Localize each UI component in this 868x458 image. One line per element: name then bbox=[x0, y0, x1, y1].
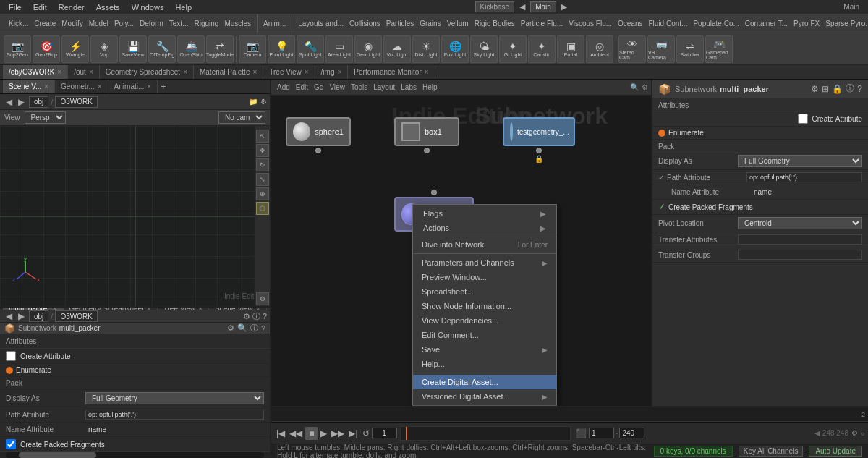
net-edit-btn[interactable]: Edit bbox=[293, 82, 311, 92]
btn-camera[interactable]: 📷 Camera bbox=[239, 35, 266, 63]
tb-muscles[interactable]: Muscles bbox=[221, 19, 254, 28]
left-tab-animate[interactable]: Animati... × bbox=[109, 80, 158, 94]
btn-envlight[interactable]: 🌐 Env. Light bbox=[441, 35, 469, 63]
add-tab-btn[interactable]: + bbox=[161, 82, 166, 92]
bl-back-btn[interactable]: ◀ bbox=[3, 311, 15, 321]
bl-search-btn[interactable]: 🔍 bbox=[237, 323, 247, 333]
net-add-btn[interactable]: Add bbox=[274, 82, 293, 92]
range-start-input[interactable] bbox=[589, 428, 614, 438]
node-testgeo[interactable]: testgeometry_... 🔒 bbox=[503, 117, 575, 163]
ctx-help[interactable]: Help... bbox=[413, 357, 556, 371]
auto-update-badge[interactable]: Auto Update bbox=[809, 446, 862, 457]
btn-stereocam[interactable]: 👁 Stereo Cam bbox=[618, 35, 646, 63]
ctx-dive[interactable]: Dive into Network I or Enter bbox=[413, 237, 556, 252]
btn-vrcam[interactable]: 🥽 VR Camera bbox=[647, 35, 675, 63]
menu-file[interactable]: File bbox=[3, 1, 27, 13]
left-tab-sceneview[interactable]: Scene V... × bbox=[3, 80, 55, 94]
tb-viscous[interactable]: Viscous Flu... bbox=[566, 19, 615, 28]
transfer-groups-input[interactable] bbox=[738, 250, 862, 260]
subnet-input-connector[interactable] bbox=[431, 190, 437, 195]
tb-rigging[interactable]: Rigging bbox=[191, 19, 221, 28]
tab-geospreadsheet[interactable]: Geometry Spreadsheet × bbox=[100, 65, 194, 80]
net-tools-btn[interactable]: Tools bbox=[348, 82, 370, 92]
left-tab-close-2[interactable]: × bbox=[147, 82, 151, 90]
tb-oceans[interactable]: Oceans bbox=[615, 19, 645, 28]
bl-scroll-thumb[interactable] bbox=[19, 452, 96, 458]
vp-tool-active[interactable]: ⬡ bbox=[256, 202, 269, 215]
path-attr-input[interactable] bbox=[746, 172, 862, 182]
ctx-create-digital-asset[interactable]: Create Digital Asset... bbox=[413, 375, 556, 389]
left-back-btn[interactable]: ◀ bbox=[3, 97, 15, 107]
tab-close-2[interactable]: × bbox=[183, 68, 187, 76]
left-tab-geometry[interactable]: Geometr... × bbox=[55, 80, 109, 94]
left-tab-close-0[interactable]: × bbox=[44, 82, 48, 90]
sphere1-connector[interactable] bbox=[315, 148, 321, 153]
tab-treeview[interactable]: Tree View × bbox=[263, 65, 315, 80]
create-attr-checkbox[interactable] bbox=[798, 114, 808, 124]
tb-grains[interactable]: Grains bbox=[417, 19, 443, 28]
btn-vop[interactable]: ◈ Vop bbox=[90, 35, 118, 63]
btn-oftempfig[interactable]: 🔧 OfTempFig bbox=[148, 35, 176, 63]
vp-tool-transform[interactable]: ✥ bbox=[256, 144, 269, 157]
transfer-attrs-input[interactable] bbox=[738, 234, 862, 245]
btn-openshift[interactable]: 🚢 OpenShip bbox=[177, 35, 205, 63]
tb-deform[interactable]: Deform bbox=[137, 19, 166, 28]
tab-close-5[interactable]: × bbox=[338, 68, 342, 76]
tab-close-3[interactable]: × bbox=[252, 68, 257, 76]
ctx-editcomment[interactable]: Edit Comment... bbox=[413, 328, 556, 342]
node-box1-body[interactable]: box1 bbox=[394, 117, 459, 146]
ctx-preview[interactable]: Preview Window... bbox=[413, 270, 556, 284]
net-search-btn[interactable]: 🔍 bbox=[630, 83, 639, 91]
timeline-track[interactable] bbox=[400, 426, 571, 441]
testgeo-connector[interactable] bbox=[536, 148, 542, 153]
tb-kick[interactable]: Kick... bbox=[6, 19, 31, 28]
tab-img[interactable]: /img × bbox=[315, 65, 349, 80]
tl-step-fwd-btn[interactable]: ▶▶ bbox=[329, 428, 346, 438]
tl-stop-btn[interactable]: ■ bbox=[305, 427, 318, 440]
tab-perfmon[interactable]: Performance Monitor × bbox=[348, 65, 435, 80]
bl-display-as-select[interactable]: Full Geometry bbox=[85, 392, 264, 404]
vp-tool-handle[interactable]: ⊕ bbox=[256, 187, 269, 200]
tab-out[interactable]: /out × bbox=[68, 65, 100, 80]
net-help-btn[interactable]: Help bbox=[420, 82, 441, 92]
props-info-btn[interactable]: ⓘ bbox=[846, 82, 854, 95]
vp-tool-select[interactable]: ↖ bbox=[256, 130, 269, 143]
btn-togglemode[interactable]: ⇄ ToggleMode bbox=[206, 35, 234, 63]
ctx-flags[interactable]: Flags ▶ bbox=[414, 206, 555, 221]
props-gear-btn[interactable]: ⚙ bbox=[811, 84, 819, 94]
tab-close-1[interactable]: × bbox=[89, 68, 93, 76]
tb-fluid[interactable]: Fluid Cont... bbox=[646, 19, 691, 28]
tb-modify[interactable]: Modify bbox=[59, 19, 85, 28]
net-labs-btn[interactable]: Labs bbox=[398, 82, 420, 92]
btn-geolight[interactable]: ◉ Geo. Light bbox=[354, 35, 382, 63]
tb-particles[interactable]: Particles bbox=[383, 19, 417, 28]
box1-connector[interactable] bbox=[424, 148, 430, 153]
left-forward-btn[interactable]: ▶ bbox=[15, 97, 27, 107]
node-testgeo-body[interactable]: testgeometry_... bbox=[503, 117, 575, 146]
props-bookmark-btn[interactable]: ⊞ bbox=[822, 84, 829, 94]
node-sphere1[interactable]: sphere1 bbox=[286, 117, 351, 153]
ctx-nodeinfo[interactable]: Show Node Information... bbox=[413, 299, 556, 313]
tb-create[interactable]: Create bbox=[31, 19, 59, 28]
tl-to-end-btn[interactable]: ▶| bbox=[346, 428, 359, 438]
btn-volumelight[interactable]: ☁ Vol. Light bbox=[383, 35, 411, 63]
persp-dropdown[interactable]: Persp Top Front Side bbox=[25, 111, 66, 124]
vp-tool-rotate[interactable]: ↻ bbox=[256, 158, 269, 171]
tb-rigid[interactable]: Rigid Bodies bbox=[472, 19, 518, 28]
menu-edit[interactable]: Edit bbox=[27, 1, 53, 13]
bl-settings-btn[interactable]: ⚙ ⓘ ? bbox=[243, 311, 267, 322]
tl-to-start-btn[interactable]: |◀ bbox=[274, 428, 287, 438]
bl-scroll-track[interactable] bbox=[6, 452, 264, 458]
camera-dropdown[interactable]: No cam bbox=[218, 111, 265, 124]
net-options-btn[interactable]: ⚙ bbox=[642, 83, 648, 91]
btn-skylight[interactable]: 🌤 Sky Light bbox=[470, 35, 498, 63]
left-tab-close-1[interactable]: × bbox=[98, 82, 102, 90]
tl-step-back-btn[interactable]: ◀◀ bbox=[287, 428, 305, 438]
display-as-select[interactable]: Full Geometry bbox=[738, 155, 862, 167]
bl-create-attr-checkbox[interactable] bbox=[6, 351, 16, 361]
btn-pointlight[interactable]: 💡 Point Light bbox=[268, 35, 295, 63]
prev-btn[interactable]: ◀ bbox=[517, 2, 527, 12]
ctx-viewdeps[interactable]: View Dependencies... bbox=[413, 313, 556, 328]
tb-container[interactable]: Container T... bbox=[742, 19, 791, 28]
props-lock-btn[interactable]: 🔒 bbox=[832, 84, 843, 94]
